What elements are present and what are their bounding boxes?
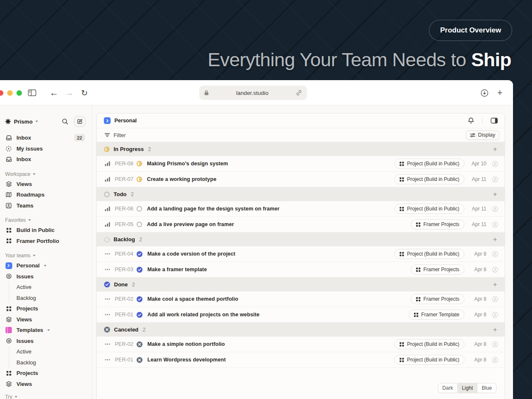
- reload-icon[interactable]: ↻: [79, 80, 90, 105]
- issue-title[interactable]: Create a working prototype: [147, 176, 216, 182]
- issue-title[interactable]: Add all work related projects on the web…: [147, 312, 260, 318]
- issue-title[interactable]: Add a landing page for the design system…: [147, 206, 280, 212]
- priority-none-icon[interactable]: [104, 269, 110, 270]
- status-in-progress-icon[interactable]: [136, 176, 142, 182]
- status-canceled-icon[interactable]: [136, 341, 143, 348]
- project-chip[interactable]: Project (Build in Public): [394, 249, 464, 259]
- display-button[interactable]: Display: [466, 130, 499, 140]
- assignee-avatar-icon[interactable]: [492, 312, 498, 318]
- panel-layout-icon[interactable]: [491, 118, 498, 124]
- assignee-avatar-icon[interactable]: [492, 176, 498, 183]
- sidebar-item-backlog[interactable]: Backlog: [9, 293, 92, 304]
- link-icon[interactable]: [296, 89, 302, 96]
- status-done-icon[interactable]: [136, 296, 143, 302]
- sidebar-item-inbox-2[interactable]: Inbox: [0, 154, 92, 165]
- priority-high-icon[interactable]: [104, 161, 110, 166]
- issue-row[interactable]: PER-01 Learn Wordpress development Proje…: [97, 352, 505, 368]
- assignee-avatar-icon[interactable]: [492, 357, 498, 363]
- priority-high-icon[interactable]: [104, 177, 110, 182]
- status-canceled-icon[interactable]: [136, 357, 143, 363]
- product-overview-badge[interactable]: Product Overview: [429, 20, 512, 41]
- priority-none-icon[interactable]: [104, 314, 110, 315]
- sidebar-team-templates[interactable]: Templates: [0, 325, 92, 336]
- add-issue-icon[interactable]: +: [493, 281, 497, 288]
- project-chip[interactable]: Framer Projects: [411, 294, 464, 304]
- add-issue-icon[interactable]: +: [493, 191, 497, 198]
- priority-none-icon[interactable]: [104, 343, 110, 345]
- issue-title[interactable]: Add a live preview page on framer: [147, 221, 234, 227]
- issue-row[interactable]: PER-02 Make cool a space themed portfoli…: [97, 291, 505, 307]
- new-issue-button[interactable]: [74, 116, 86, 127]
- project-chip[interactable]: Framer Projects: [411, 264, 464, 275]
- sidebar-item-roadmaps[interactable]: Roadmaps: [0, 189, 92, 200]
- status-todo-icon[interactable]: [136, 206, 142, 212]
- zoom-window-button[interactable]: [16, 90, 22, 96]
- issue-title[interactable]: Make cool a space themed portfolio: [147, 296, 238, 302]
- bell-icon[interactable]: [468, 117, 474, 124]
- issue-row[interactable]: PER-05 Add a live preview page on framer…: [97, 217, 505, 232]
- section-your-teams[interactable]: Your teams: [0, 251, 92, 260]
- sidebar-item-projects[interactable]: Projects: [0, 368, 92, 379]
- sidebar-team-personal[interactable]: Personal: [0, 260, 92, 271]
- project-chip[interactable]: Project (Build in Public): [394, 159, 464, 169]
- issue-title[interactable]: Making Prismo’s design system: [147, 161, 228, 167]
- sidebar-item-views[interactable]: Views: [0, 379, 92, 390]
- browser-sidebar-toggle-icon[interactable]: [27, 80, 37, 105]
- assignee-avatar-icon[interactable]: [492, 267, 498, 273]
- project-chip[interactable]: Framer Projects: [411, 219, 464, 229]
- add-issue-icon[interactable]: +: [493, 236, 497, 243]
- status-todo-icon[interactable]: [136, 221, 142, 227]
- issue-title[interactable]: Make a framer template: [147, 267, 207, 272]
- project-chip[interactable]: Project (Build in Public): [394, 204, 464, 214]
- status-done-icon[interactable]: [136, 312, 143, 318]
- sidebar-item-active[interactable]: Active: [9, 346, 92, 357]
- priority-none-icon[interactable]: [104, 298, 110, 300]
- issue-row[interactable]: PER-07 Create a working prototype Projec…: [97, 172, 505, 187]
- assignee-avatar-icon[interactable]: [492, 161, 498, 167]
- sidebar-item-views[interactable]: Views: [0, 314, 92, 325]
- address-bar[interactable]: lander.studio: [199, 86, 307, 100]
- priority-high-icon[interactable]: [104, 222, 110, 227]
- assignee-avatar-icon[interactable]: [492, 296, 498, 302]
- downloads-icon[interactable]: [479, 80, 489, 105]
- issue-row[interactable]: PER-02 Make a simple notion portfolio Pr…: [97, 337, 505, 352]
- assignee-avatar-icon[interactable]: [492, 206, 498, 212]
- assignee-avatar-icon[interactable]: [492, 341, 498, 348]
- priority-none-icon[interactable]: [104, 253, 110, 255]
- add-issue-icon[interactable]: +: [493, 146, 497, 153]
- sidebar-item-issues[interactable]: Issues: [0, 336, 92, 347]
- status-in-progress-icon[interactable]: [136, 161, 142, 167]
- issue-row[interactable]: PER-08 Making Prismo’s design system Pro…: [97, 156, 505, 172]
- theme-option-blue[interactable]: Blue: [478, 383, 496, 393]
- project-chip[interactable]: Project (Build in Public): [394, 174, 464, 184]
- theme-option-light[interactable]: Light: [458, 383, 478, 393]
- issue-title[interactable]: Learn Wordpress development: [147, 357, 226, 363]
- issue-row[interactable]: PER-01 Add all work related projects on …: [97, 307, 505, 323]
- status-done-icon[interactable]: [136, 267, 143, 273]
- issue-row[interactable]: PER-04 Make a code version of the projec…: [97, 246, 505, 262]
- section-try[interactable]: Try: [0, 392, 92, 399]
- sidebar-item-teams[interactable]: Teams: [0, 200, 92, 211]
- sidebar-item-build-in-public[interactable]: Build in Public: [0, 225, 92, 236]
- sidebar-item-backlog[interactable]: Backlog: [9, 357, 92, 368]
- assignee-avatar-icon[interactable]: [492, 221, 498, 228]
- issue-title[interactable]: Make a code version of the project: [147, 251, 235, 257]
- sidebar-item-issues[interactable]: Issues: [0, 271, 92, 282]
- theme-option-dark[interactable]: Dark: [438, 383, 458, 393]
- sidebar-item-views[interactable]: Views: [0, 179, 92, 190]
- issue-row[interactable]: PER-03 Make a framer template Framer Pro…: [97, 262, 505, 278]
- sidebar-item-inbox[interactable]: Inbox 22: [0, 132, 92, 143]
- close-window-button[interactable]: [0, 90, 3, 96]
- new-tab-icon[interactable]: +: [494, 80, 505, 105]
- status-done-icon[interactable]: [136, 251, 143, 257]
- project-chip[interactable]: Framer Template: [409, 310, 464, 320]
- issue-title[interactable]: Make a simple notion portfolio: [147, 341, 225, 347]
- issue-row[interactable]: PER-06 Add a landing page for the design…: [97, 201, 505, 217]
- priority-none-icon[interactable]: [104, 359, 110, 361]
- section-workspace[interactable]: Workspace: [0, 170, 92, 179]
- sidebar-item-projects[interactable]: Projects: [0, 303, 92, 314]
- project-chip[interactable]: Project (Build in Public): [394, 355, 464, 365]
- forward-icon[interactable]: →: [64, 80, 75, 105]
- project-chip[interactable]: Project (Build in Public): [394, 339, 464, 349]
- sidebar-item-active[interactable]: Active: [9, 282, 92, 293]
